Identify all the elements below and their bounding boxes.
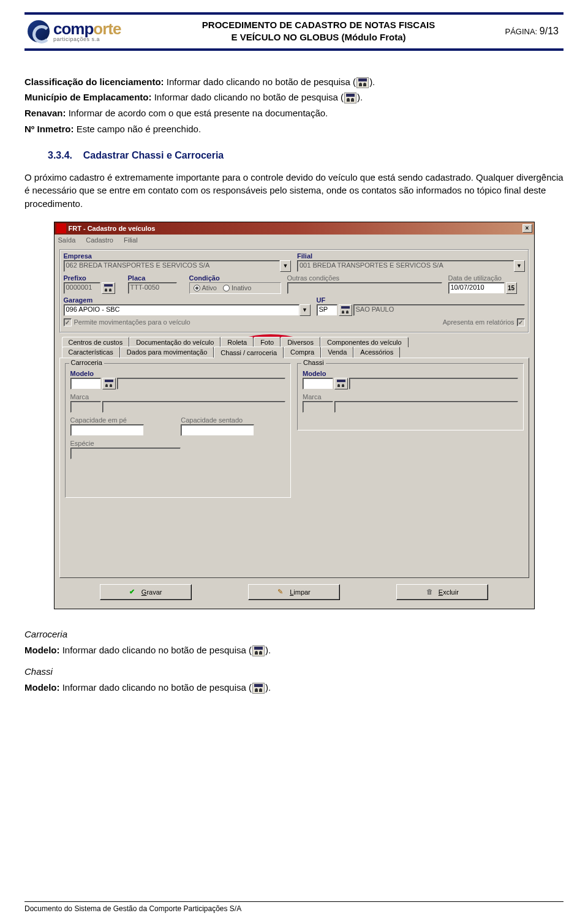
section-number: 3.3.4. <box>48 150 72 160</box>
label-carroceria-modelo: Modelo <box>70 370 286 377</box>
document-body: Classificação do licenciamento: Informar… <box>24 75 564 211</box>
window-titlebar[interactable]: FRT - Cadastro de veículos × <box>55 222 534 235</box>
chassi-modelo-input[interactable] <box>303 378 333 389</box>
page-number: 9/13 <box>540 26 559 36</box>
document-footer: Documento do Sistema de Gestão da Compor… <box>24 901 564 913</box>
carroceria-marca-display <box>102 401 286 413</box>
text-chassi-modelo: Informar dado clicando no botão de pesqu… <box>60 682 252 693</box>
menu-bar: Saída Cadastro Filial <box>55 235 534 246</box>
cap-pe-input[interactable] <box>70 424 144 436</box>
filial-combo[interactable]: 001 BREDA TRANSPORTES E SERVICOS S/A <box>297 260 514 272</box>
gravar-button[interactable]: ✔ Gravar <box>100 584 192 600</box>
chassi-modelo-lookup[interactable] <box>334 378 348 389</box>
label-cap-pe: Capacidade em pé <box>70 416 175 424</box>
label-renavan: Renavan: <box>24 108 66 118</box>
excluir-label: xcluir <box>443 588 459 596</box>
text-renavan: Informar de acordo com o que está presen… <box>66 108 328 118</box>
prefixo-input[interactable]: 0000001 <box>64 282 100 294</box>
button-row: ✔ Gravar ✎ Limpar 🗑 Excluir <box>59 578 529 603</box>
garagem-dropdown-button[interactable]: ▼ <box>300 304 311 316</box>
menu-saida[interactable]: Saída <box>58 236 76 244</box>
carroceria-modelo-display <box>117 378 286 389</box>
carroceria-legend: Carroceria <box>69 359 104 366</box>
tab-compra[interactable]: Compra <box>284 347 321 358</box>
binoculars-icon <box>337 380 345 387</box>
label-cap-sentado: Capacidade sentado <box>181 416 285 424</box>
label-chassi-marca: Marca <box>303 393 518 400</box>
label-placa: Placa <box>128 274 183 282</box>
trash-icon: 🗑 <box>426 588 435 596</box>
carroceria-heading: Carroceria <box>24 628 564 641</box>
label-chassi-modelo: Modelo <box>303 370 518 377</box>
tab-documentacao[interactable]: Documentação do veículo <box>129 337 221 347</box>
carroceria-group: Carroceria Modelo <box>65 363 292 498</box>
menu-cadastro[interactable]: Cadastro <box>86 236 113 244</box>
tab-acessorios[interactable]: Acessórios <box>353 347 400 358</box>
chassi-group: Chassi Modelo <box>297 363 524 430</box>
chassi-marca-display <box>334 401 518 413</box>
tab-dados-movimentacao[interactable]: Dados para movimentação <box>120 347 214 358</box>
uf-lookup-button[interactable] <box>339 304 352 316</box>
page-indicator: PÁGINA: 9/13 <box>472 18 564 45</box>
document-body-continued: Carroceria Modelo: Informar dado clicand… <box>24 628 564 694</box>
brand-part1: comp <box>53 20 93 38</box>
document-header: comporte participações s.a PROCEDIMENTO … <box>24 12 564 51</box>
chassi-legend: Chassi <box>301 359 326 366</box>
binoculars-icon <box>104 284 113 291</box>
company-logo-icon <box>28 20 50 42</box>
document-page: comporte participações s.a PROCEDIMENTO … <box>0 0 588 924</box>
data-input[interactable]: 10/07/2010 <box>448 282 505 294</box>
radio-ativo[interactable]: Ativo <box>194 284 217 291</box>
carroceria-modelo-input[interactable] <box>70 378 101 389</box>
uf-input[interactable]: SP <box>317 304 337 316</box>
tab-componentes[interactable]: Componentes do veículo <box>320 337 409 347</box>
menu-filial[interactable]: Filial <box>124 236 138 244</box>
checkbox-permite[interactable]: Permite movimentações para o veículo <box>64 318 190 326</box>
garagem-combo[interactable]: 096 APOIO - SBC <box>64 304 300 316</box>
carroceria-modelo-lookup[interactable] <box>102 378 116 389</box>
tab-foto[interactable]: Foto <box>254 337 281 347</box>
window-title: FRT - Cadastro de veículos <box>69 225 522 232</box>
title-line1: PROCEDIMENTO DE CADASTRO DE NOTAS FISCAI… <box>166 19 471 31</box>
tab-venda[interactable]: Venda <box>321 347 353 358</box>
chassi-heading: Chassi <box>24 665 564 678</box>
chassi-marca-code <box>303 401 333 413</box>
uf-name-display: SAO PAULO <box>353 304 525 316</box>
logo-cell: comporte participações s.a <box>24 18 165 45</box>
tab-chassi-carroceria[interactable]: Chassi / carroceria <box>214 347 284 358</box>
tab-roleta[interactable]: Roleta <box>221 337 254 347</box>
placa-input[interactable]: TTT-0050 <box>128 282 177 294</box>
empresa-dropdown-button[interactable]: ▼ <box>280 260 291 272</box>
tab-centros-custos[interactable]: Centros de custos <box>62 337 130 347</box>
prefixo-lookup-button[interactable] <box>102 282 115 294</box>
label-condicao: Condição <box>189 274 281 282</box>
label-filial: Filial <box>297 252 525 260</box>
especie-input <box>70 448 181 459</box>
outras-input[interactable] <box>287 282 442 294</box>
label-prefixo: Prefixo <box>64 274 122 282</box>
text-classificacao: Informar dado clicando no botão de pesqu… <box>164 77 356 87</box>
tab-caracteristicas[interactable]: Características <box>62 347 120 358</box>
text-carroceria-modelo: Informar dado clicando no botão de pesqu… <box>60 645 252 655</box>
dialog-window: FRT - Cadastro de veículos × Saída Cadas… <box>54 222 535 609</box>
section-title: Cadastrar Chassi e Carroceria <box>83 150 224 160</box>
radio-inativo[interactable]: Inativo <box>223 284 251 291</box>
label-empresa: Empresa <box>64 252 292 260</box>
close-button[interactable]: × <box>522 224 532 233</box>
limpar-button[interactable]: ✎ Limpar <box>248 584 340 600</box>
checkbox-apresenta[interactable]: Apresenta em relatórios <box>443 318 525 326</box>
empresa-combo[interactable]: 062 BREDA TRANSPORTES E SERVICOS S/A <box>64 260 281 272</box>
binoculars-icon <box>356 77 369 88</box>
tab-diversos[interactable]: Diversos <box>281 337 320 347</box>
excluir-button[interactable]: 🗑 Excluir <box>396 584 488 600</box>
limpar-label: impar <box>293 588 311 596</box>
section-paragraph: O próximo cadastro é extremamente import… <box>24 171 564 211</box>
label-carroceria-modelo-doc: Modelo: <box>24 645 60 655</box>
cap-sentado-input[interactable] <box>181 424 254 436</box>
filial-dropdown-button[interactable]: ▼ <box>514 260 525 272</box>
text-inmetro: Este campo não é preenchido. <box>74 124 201 134</box>
label-outras: Outras condições <box>287 274 442 282</box>
date-picker-button[interactable]: 15 <box>506 282 517 294</box>
label-garagem: Garagem <box>64 296 311 304</box>
label-municipio: Município de Emplacamento: <box>24 92 152 102</box>
